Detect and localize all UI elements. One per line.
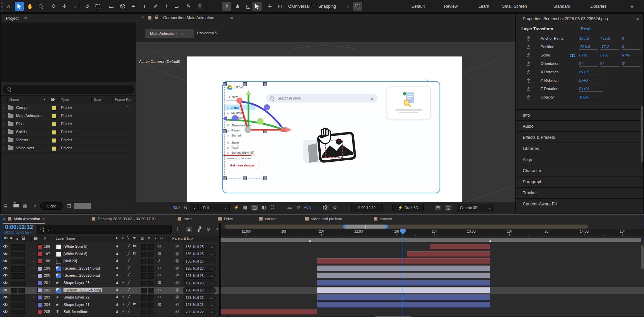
solo-cell[interactable] bbox=[18, 288, 25, 293]
layer-name[interactable]: [Null 23] bbox=[63, 259, 77, 263]
switch-cell[interactable] bbox=[148, 244, 154, 250]
property-value[interactable]: 0x+0° bbox=[579, 78, 603, 83]
label-color-swatch[interactable] bbox=[52, 146, 56, 151]
show-snapshot-icon[interactable]: ⊙ bbox=[333, 205, 337, 210]
properties-panel-menu-icon[interactable]: ≡ bbox=[636, 16, 639, 21]
quality-column-icon[interactable]: ╲ bbox=[127, 236, 129, 240]
world-axis-mode-button[interactable]: ⋔ bbox=[233, 2, 242, 11]
label-column-icon[interactable] bbox=[51, 97, 55, 102]
timeline-panel-divider[interactable] bbox=[219, 223, 221, 316]
roto-brush-tool[interactable]: ✎ bbox=[184, 2, 193, 11]
property-value[interactable]: 0x+0° bbox=[579, 70, 603, 75]
pan-camera-tool[interactable]: ✛ bbox=[60, 2, 69, 11]
layer-name[interactable]: Built for editors bbox=[63, 310, 88, 314]
collapse-switch-icon[interactable]: ✳ bbox=[122, 309, 125, 314]
properties-scrollbar[interactable] bbox=[641, 106, 643, 162]
panel-tab-audio[interactable]: Audio bbox=[516, 120, 643, 131]
property-value[interactable]: 0 bbox=[622, 36, 641, 41]
property-value[interactable]: 67% bbox=[579, 53, 598, 58]
project-row-videos[interactable]: ›VideosFolder bbox=[1, 136, 134, 145]
property-value[interactable]: -516.6 bbox=[579, 45, 598, 50]
quality-switch-icon[interactable]: ╱ bbox=[128, 251, 130, 256]
solo-cell[interactable] bbox=[18, 259, 25, 264]
twirl-chevron-icon[interactable]: › bbox=[33, 309, 35, 313]
layer-duration-bar[interactable] bbox=[317, 273, 490, 278]
label-color-swatch[interactable] bbox=[52, 106, 56, 111]
expand-chevron-icon[interactable]: › bbox=[3, 146, 4, 150]
layer-name[interactable]: [Screen...235914.png] bbox=[63, 266, 100, 270]
solo-cell[interactable] bbox=[18, 244, 25, 250]
stopwatch-icon[interactable] bbox=[526, 36, 531, 41]
parent-pickwhip-icon[interactable]: @ bbox=[175, 244, 179, 248]
layer-transform-section-title[interactable]: Layer Transform bbox=[521, 27, 553, 31]
shy-switch-icon[interactable]: ♟ bbox=[116, 302, 119, 307]
visibility-eye-icon[interactable] bbox=[3, 259, 8, 263]
parent-link-column-header[interactable]: Parent & Link bbox=[172, 236, 193, 240]
collapse-switch-icon[interactable]: ✳ bbox=[122, 295, 125, 299]
snapping-label[interactable]: Snapping bbox=[318, 0, 336, 12]
workspace-small-screen[interactable]: Small Screen bbox=[502, 0, 527, 12]
timeline-tab-main-animation[interactable]: ×Main Animation≡ bbox=[3, 214, 45, 224]
switch-cell[interactable] bbox=[141, 266, 147, 272]
timeline-tab-convert[interactable]: convert bbox=[374, 214, 393, 223]
layer-name[interactable]: [Screen...235620.png] bbox=[63, 273, 100, 277]
workspace-default[interactable]: Default bbox=[411, 0, 425, 12]
visibility-eye-icon[interactable] bbox=[3, 303, 8, 307]
shy-switch-icon[interactable]: ♟ bbox=[116, 295, 119, 299]
comp-shy-toggle-icon[interactable]: ♟ bbox=[186, 227, 192, 232]
quality-switch-icon[interactable]: ╱ bbox=[128, 295, 130, 299]
layer-row-200[interactable]: ›200[Screen...235620.png]♟╱⊡@198. Null 2… bbox=[0, 272, 221, 280]
solo-cell[interactable] bbox=[18, 281, 25, 286]
stopwatch-icon[interactable] bbox=[526, 78, 531, 83]
audio-cell[interactable] bbox=[11, 252, 17, 257]
solo-cell[interactable] bbox=[18, 303, 25, 308]
layer-track-row-200[interactable] bbox=[221, 272, 644, 280]
switch-cell[interactable] bbox=[141, 303, 147, 308]
pen-snap-icon[interactable]: ⟋ bbox=[344, 2, 353, 11]
timeline-search-input[interactable]: ⌄ bbox=[37, 225, 172, 234]
threed-layer-switch-icon[interactable]: ⊡ bbox=[158, 295, 161, 299]
frame-blend-column-icon[interactable]: ▦ bbox=[141, 236, 144, 240]
twirl-chevron-icon[interactable]: › bbox=[33, 302, 35, 306]
twirl-chevron-icon[interactable]: › bbox=[33, 259, 35, 263]
layer-duration-bar[interactable] bbox=[317, 287, 490, 293]
parent-pickwhip-icon[interactable]: @ bbox=[175, 266, 179, 270]
parent-link-dropdown[interactable]: 198. Null 23⌄ bbox=[183, 302, 216, 308]
visibility-eye-icon[interactable] bbox=[3, 310, 8, 314]
layer-duration-bar[interactable] bbox=[221, 309, 317, 315]
property-value[interactable]: 0° bbox=[600, 62, 619, 67]
fx-column-icon[interactable]: fx bbox=[133, 236, 136, 240]
layer-label-swatch[interactable] bbox=[37, 266, 42, 271]
switch-cell[interactable] bbox=[141, 252, 147, 257]
comp-mini-flowchart-icon[interactable]: ᛦ bbox=[176, 227, 179, 232]
audio-cell[interactable] bbox=[11, 288, 17, 293]
move-gizmo-button[interactable]: ✛ bbox=[265, 2, 274, 11]
shy-switch-icon[interactable]: ♟ bbox=[116, 251, 119, 256]
draft-3d-button[interactable]: ⚡Draft 3D bbox=[392, 204, 424, 211]
solo-cell[interactable] bbox=[18, 252, 25, 257]
layer-track-row-198[interactable] bbox=[221, 257, 644, 265]
column-type[interactable]: Type bbox=[61, 97, 69, 102]
twirl-chevron-icon[interactable]: › bbox=[33, 280, 35, 284]
selection-handle[interactable] bbox=[243, 176, 247, 180]
layer-row-196[interactable]: ›196[White Solid 8]♟╱fx⊡@186. Null 25⌄ bbox=[0, 243, 221, 251]
scale-gizmo-button[interactable]: ⊡ bbox=[275, 2, 284, 11]
tab-menu-icon[interactable]: ≡ bbox=[42, 217, 45, 221]
layer-name-column-header[interactable]: Layer Name bbox=[56, 236, 75, 240]
current-time-display[interactable]: 0:00:12:12 bbox=[351, 204, 383, 211]
panel-tab-libraries[interactable]: Libraries bbox=[516, 143, 643, 154]
shy-column-icon[interactable]: ♟ bbox=[115, 236, 118, 240]
solo-cell[interactable] bbox=[18, 295, 25, 301]
switch-cell[interactable] bbox=[148, 310, 154, 315]
parent-pickwhip-icon[interactable]: @ bbox=[175, 259, 179, 263]
switch-cell[interactable] bbox=[148, 303, 154, 308]
column-frame-rate[interactable]: Frame Ra... bbox=[115, 97, 133, 102]
shy-switch-icon[interactable]: ♟ bbox=[116, 244, 119, 248]
switch-cell[interactable] bbox=[148, 295, 154, 301]
audio-cell[interactable] bbox=[11, 266, 17, 272]
panel-tab-character[interactable]: Character bbox=[516, 165, 643, 176]
layer-track-row-199[interactable] bbox=[221, 265, 644, 273]
zoom-tool[interactable] bbox=[36, 2, 45, 11]
selection-handle[interactable] bbox=[263, 176, 267, 180]
twirl-chevron-icon[interactable]: › bbox=[33, 273, 35, 277]
